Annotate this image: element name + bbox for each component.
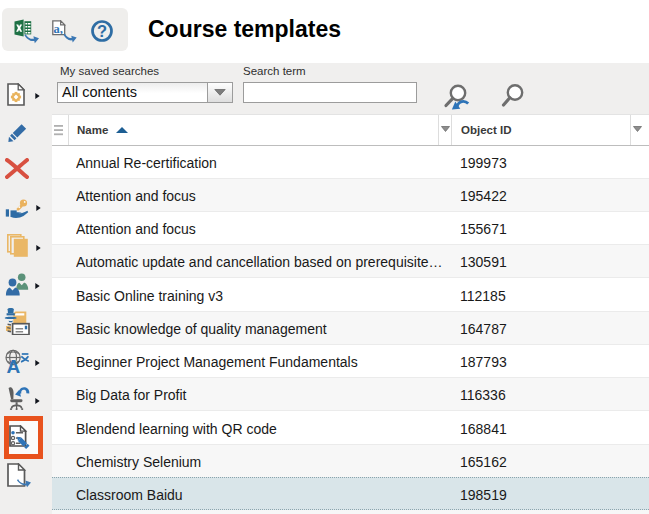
svg-text:a,: a,	[54, 22, 63, 36]
svg-text:?: ?	[97, 22, 107, 40]
svg-text:A: A	[7, 356, 21, 374]
